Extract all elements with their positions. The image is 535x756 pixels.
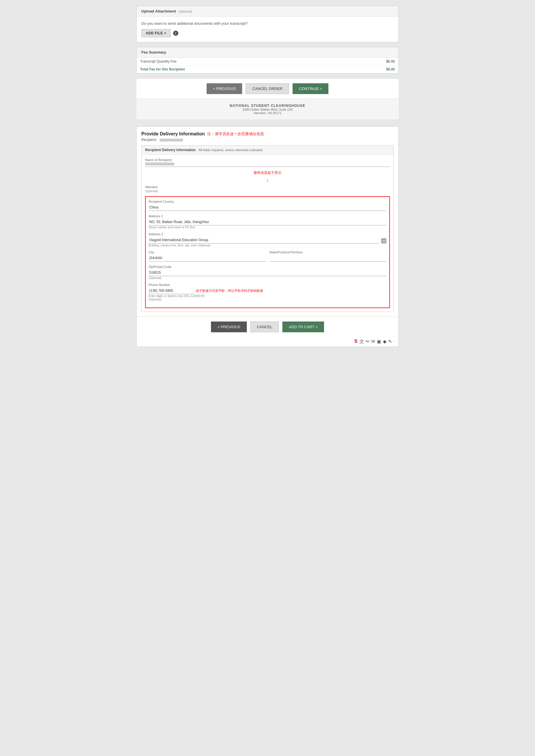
upload-question: Do you want to send additional documents…	[141, 21, 394, 26]
card-subheader: All fields required, unless otherwise in…	[198, 148, 263, 152]
red-box: Recipient Country China United States Ad…	[145, 196, 390, 308]
city-field: City	[149, 251, 266, 261]
delivery-heading: Provide Delivery Information 注：请学员在这一步完善…	[137, 127, 398, 138]
fee-label-1: Transcript Quantity Fee	[137, 58, 337, 66]
fee-summary-body: Transcript Quantity Fee $6.00 Total Fee …	[137, 58, 398, 73]
zip-sublabel: (Optional)	[149, 276, 386, 280]
state-label: State/Province/Territory	[269, 251, 386, 254]
fee-total-amount: $6.00	[337, 66, 398, 73]
city-input[interactable]	[149, 255, 266, 261]
bottom-toolbar: S 文 ✏ ✉ ▣ ◆ ✎ ·	[137, 337, 398, 346]
address1-sublabel: Street number and name or PO Box	[149, 226, 386, 229]
recipient-label: Recipient:	[141, 138, 157, 142]
nsc-address: 2300 Dulles Station Blvd, Suite 220	[141, 108, 394, 111]
zip-field: Zip/Postal Code (Optional)	[149, 265, 386, 280]
fee-summary-header: Fee Summary	[137, 47, 398, 58]
attention-sublabel: (Optional)	[145, 190, 390, 193]
fee-total-label: Total Fee for this Recipient	[137, 66, 337, 73]
country-select[interactable]: China United States	[149, 204, 386, 211]
fee-total-row: Total Fee for this Recipient $6.00	[137, 66, 398, 73]
nsc-title: National Student Clearinghouse	[141, 104, 394, 108]
toolbar-icon-grid[interactable]: ▣	[377, 339, 381, 345]
fee-table: Transcript Quantity Fee $6.00 Total Fee …	[137, 58, 398, 73]
recipient-name-placeholder	[160, 139, 183, 142]
previous-button-2[interactable]: < PREVIOUS	[211, 321, 246, 332]
attention-label: Attention	[145, 185, 390, 189]
country-row: China United States	[149, 204, 386, 211]
previous-button-1[interactable]: < PREVIOUS	[207, 83, 242, 94]
address2-field: Address 2 ✕ Building, campus box, floor,…	[149, 232, 386, 247]
toolbar-icon-mail[interactable]: ✉	[371, 339, 375, 345]
address1-input[interactable]	[149, 219, 386, 226]
country-field: Recipient Country China United States	[149, 200, 386, 211]
delivery-card: Recipient Delivery Information All field…	[141, 145, 394, 312]
add-to-cart-button[interactable]: ADD TO CART >	[282, 321, 324, 332]
attention-field: Attention (Optional)	[145, 185, 390, 193]
fee-amount-1: $6.00	[337, 58, 398, 66]
upload-body: Do you want to send additional documents…	[137, 16, 398, 42]
address1-label: Address 1	[149, 214, 386, 218]
phone-label: Phone Number	[149, 283, 386, 286]
delivery-card-header: Recipient Delivery Information All field…	[142, 146, 393, 155]
toolbar-icon-edit[interactable]: ✎	[388, 339, 392, 345]
red-annotation: 最终信息如下所示	[145, 170, 390, 175]
add-file-button[interactable]: ADD FILE +	[141, 29, 171, 37]
toolbar-icon-diamond[interactable]: ◆	[383, 339, 386, 345]
city-state-row: City State/Province/Territory	[149, 251, 386, 265]
phone-field: Phone Number 由于邮递方式是平邮，所以手机号码不影响邮递 Enter…	[149, 283, 386, 301]
cancel-order-button[interactable]: CANCEL ORDER	[246, 83, 289, 94]
delivery-title: Provide Delivery Information	[141, 131, 205, 137]
upload-optional: (optional)	[179, 10, 192, 13]
action-row-1: < PREVIOUS CANCEL ORDER CONTINUE >	[136, 78, 399, 99]
phone-note: 由于邮递方式是平邮，所以手机号码不影响邮递	[196, 288, 263, 293]
state-field: State/Province/Territory	[269, 251, 386, 261]
nsc-footer: National Student Clearinghouse 2300 Dull…	[136, 99, 399, 120]
address2-input[interactable]	[149, 237, 379, 243]
phone-input[interactable]	[149, 287, 193, 294]
name-field: Name of Recipient	[145, 158, 390, 167]
toolbar-icon-text[interactable]: 文	[359, 339, 364, 345]
recipient-line: Recipient:	[137, 138, 398, 145]
name-label: Name of Recipient	[145, 158, 390, 162]
city-label: City	[149, 251, 266, 254]
nsc-city: Herndon, VA 20171	[141, 111, 394, 115]
fee-row-1: Transcript Quantity Fee $6.00	[137, 58, 398, 66]
toolbar-icon-dot: ·	[394, 339, 395, 345]
upload-header: Upload Attachment (optional)	[137, 6, 398, 16]
upload-section: Upload Attachment (optional) Do you want…	[136, 6, 399, 42]
toolbar-icon-pencil[interactable]: ✏	[366, 339, 370, 345]
country-label: Recipient Country	[149, 200, 386, 203]
state-select[interactable]	[269, 255, 386, 261]
delivery-card-body: Name of Recipient 最终信息如下所示 ↓ Attention (…	[142, 155, 393, 311]
zip-label: Zip/Postal Code	[149, 265, 386, 268]
card-header-text: Recipient Delivery Information	[145, 148, 196, 152]
name-placeholder-bar	[145, 163, 174, 165]
address1-field: Address 1 Street number and name or PO B…	[149, 214, 386, 229]
delivery-annotation: 注：请学员在这一步完善地址信息	[207, 131, 264, 137]
continue-button[interactable]: CONTINUE >	[293, 83, 328, 94]
fee-summary-section: Fee Summary Transcript Quantity Fee $6.0…	[136, 47, 399, 74]
phone-sublabel2: (Optional)	[149, 298, 386, 301]
cancel-button[interactable]: CANCEL	[250, 321, 279, 332]
zip-input[interactable]	[149, 269, 386, 276]
address2-row: ✕	[149, 237, 386, 243]
delivery-section: Provide Delivery Information 注：请学员在这一步完善…	[136, 126, 399, 347]
info-icon[interactable]: i	[173, 31, 178, 36]
address2-label: Address 2	[149, 232, 386, 236]
red-arrow: ↓	[145, 178, 390, 183]
phone-sublabel: Enter digits or dashes only (591-1234567…	[149, 294, 386, 298]
toolbar-icon-s[interactable]: S	[354, 339, 357, 345]
action-row-2: < PREVIOUS CANCEL ADD TO CART >	[137, 316, 398, 337]
address2-sublabel: Building, campus box, floor, apt, suite …	[149, 244, 386, 247]
address2-clear-button[interactable]: ✕	[381, 238, 386, 243]
upload-title: Upload Attachment	[141, 9, 176, 14]
